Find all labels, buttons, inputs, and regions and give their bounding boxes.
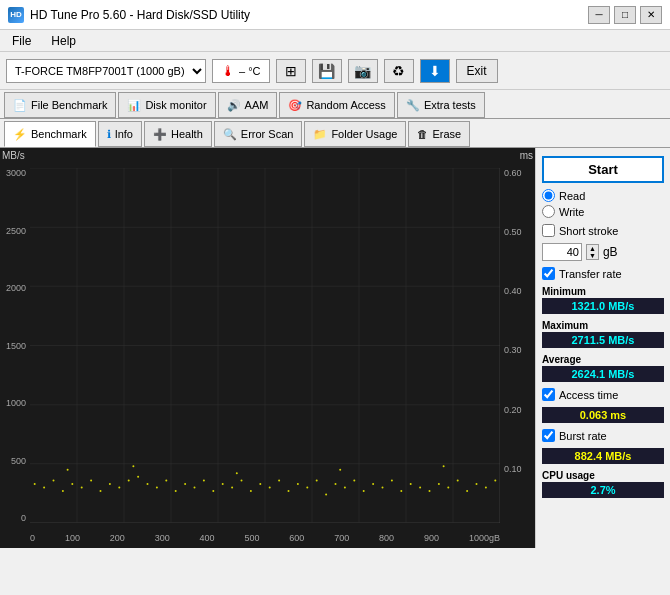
icon-btn-5[interactable]: ⬇ bbox=[420, 59, 450, 83]
maximum-stat: Maximum 2711.5 MB/s bbox=[542, 320, 664, 348]
svg-point-29 bbox=[147, 483, 149, 485]
minimize-button[interactable]: ─ bbox=[588, 6, 610, 24]
tab-benchmark[interactable]: ⚡ Benchmark bbox=[4, 121, 96, 147]
svg-point-33 bbox=[184, 483, 186, 485]
tab-disk-monitor[interactable]: 📊 Disk monitor bbox=[118, 92, 215, 118]
svg-point-51 bbox=[353, 479, 355, 481]
write-label: Write bbox=[559, 206, 584, 218]
disk-monitor-icon: 📊 bbox=[127, 99, 141, 112]
short-stroke-spinner[interactable]: ▲ ▼ bbox=[586, 244, 599, 260]
access-time-checkbox-input[interactable] bbox=[542, 388, 555, 401]
app-icon: HD bbox=[8, 7, 24, 23]
file-benchmark-icon: 📄 bbox=[13, 99, 27, 112]
svg-point-36 bbox=[212, 490, 214, 492]
svg-point-27 bbox=[128, 479, 130, 481]
tab-health[interactable]: ➕ Health bbox=[144, 121, 212, 147]
short-stroke-checkbox-row[interactable]: Short stroke bbox=[542, 224, 664, 237]
maximum-value: 2711.5 MB/s bbox=[542, 332, 664, 348]
svg-point-20 bbox=[62, 490, 64, 492]
start-button[interactable]: Start bbox=[542, 156, 664, 183]
read-radio[interactable]: Read bbox=[542, 189, 664, 202]
svg-point-50 bbox=[344, 487, 346, 489]
aam-icon: 🔊 bbox=[227, 99, 241, 112]
error-scan-label: Error Scan bbox=[241, 128, 294, 140]
svg-point-31 bbox=[165, 479, 167, 481]
app-title: HD Tune Pro 5.60 - Hard Disk/SSD Utility bbox=[30, 8, 250, 22]
average-stat: Average 2624.1 MB/s bbox=[542, 354, 664, 382]
icon-btn-3[interactable]: 📷 bbox=[348, 59, 378, 83]
tab-info[interactable]: ℹ Info bbox=[98, 121, 142, 147]
transfer-rate-checkbox-input[interactable] bbox=[542, 267, 555, 280]
svg-point-22 bbox=[81, 487, 83, 489]
icon-btn-2[interactable]: 💾 bbox=[312, 59, 342, 83]
tab-folder-usage[interactable]: 📁 Folder Usage bbox=[304, 121, 406, 147]
chart-y-ticks-left: 3000 2500 2000 1500 1000 500 0 bbox=[0, 168, 28, 523]
write-radio[interactable]: Write bbox=[542, 205, 664, 218]
tab-extra-tests[interactable]: 🔧 Extra tests bbox=[397, 92, 485, 118]
svg-point-41 bbox=[259, 483, 261, 485]
aam-label: AAM bbox=[245, 99, 269, 111]
svg-point-21 bbox=[71, 483, 73, 485]
close-button[interactable]: ✕ bbox=[640, 6, 662, 24]
cpu-usage-stat: CPU usage 2.7% bbox=[542, 470, 664, 498]
svg-point-35 bbox=[203, 479, 205, 481]
burst-rate-checkbox-input[interactable] bbox=[542, 429, 555, 442]
title-bar-left: HD HD Tune Pro 5.60 - Hard Disk/SSD Util… bbox=[8, 7, 250, 23]
menu-bar: File Help bbox=[0, 30, 670, 52]
transfer-rate-checkbox[interactable]: Transfer rate bbox=[542, 267, 664, 280]
chart-area: MB/s ms 3000 2500 2000 1500 1000 500 0 0… bbox=[0, 148, 535, 548]
svg-point-69 bbox=[236, 472, 238, 474]
info-icon: ℹ bbox=[107, 128, 111, 141]
read-radio-input[interactable] bbox=[542, 189, 555, 202]
maximum-label: Maximum bbox=[542, 320, 664, 331]
spinner-down[interactable]: ▼ bbox=[587, 252, 598, 259]
right-panel: Start Read Write Short stroke 40 ▲ ▼ gB bbox=[535, 148, 670, 548]
svg-point-28 bbox=[137, 476, 139, 478]
read-label: Read bbox=[559, 190, 585, 202]
tab-random-access[interactable]: 🎯 Random Access bbox=[279, 92, 394, 118]
write-radio-input[interactable] bbox=[542, 205, 555, 218]
burst-rate-checkbox[interactable]: Burst rate bbox=[542, 429, 664, 442]
nav-tabs-row2: ⚡ Benchmark ℹ Info ➕ Health 🔍 Error Scan… bbox=[0, 119, 670, 148]
tab-aam[interactable]: 🔊 AAM bbox=[218, 92, 278, 118]
transfer-rate-label: Transfer rate bbox=[559, 268, 622, 280]
svg-point-49 bbox=[335, 483, 337, 485]
short-stroke-checkbox[interactable] bbox=[542, 224, 555, 237]
error-scan-icon: 🔍 bbox=[223, 128, 237, 141]
chart-y-label-left: MB/s bbox=[2, 150, 25, 161]
access-time-checkbox[interactable]: Access time bbox=[542, 388, 664, 401]
drive-selector[interactable]: T-FORCE TM8FP7001T (1000 gB) bbox=[6, 59, 206, 83]
title-bar: HD HD Tune Pro 5.60 - Hard Disk/SSD Util… bbox=[0, 0, 670, 30]
average-value: 2624.1 MB/s bbox=[542, 366, 664, 382]
svg-point-38 bbox=[231, 487, 233, 489]
svg-point-18 bbox=[43, 487, 45, 489]
svg-point-64 bbox=[476, 483, 478, 485]
svg-point-60 bbox=[438, 483, 440, 485]
svg-point-61 bbox=[447, 487, 449, 489]
svg-point-59 bbox=[429, 490, 431, 492]
tab-erase[interactable]: 🗑 Erase bbox=[408, 121, 470, 147]
short-stroke-value[interactable]: 40 bbox=[542, 243, 582, 261]
average-label: Average bbox=[542, 354, 664, 365]
svg-point-56 bbox=[400, 490, 402, 492]
svg-point-63 bbox=[466, 490, 468, 492]
icon-btn-1[interactable]: ⊞ bbox=[276, 59, 306, 83]
menu-file[interactable]: File bbox=[8, 33, 35, 49]
maximize-button[interactable]: □ bbox=[614, 6, 636, 24]
svg-point-55 bbox=[391, 479, 393, 481]
tab-error-scan[interactable]: 🔍 Error Scan bbox=[214, 121, 303, 147]
svg-point-43 bbox=[278, 479, 280, 481]
burst-rate-label: Burst rate bbox=[559, 430, 607, 442]
erase-icon: 🗑 bbox=[417, 128, 428, 140]
tab-file-benchmark[interactable]: 📄 File Benchmark bbox=[4, 92, 116, 118]
health-icon: ➕ bbox=[153, 128, 167, 141]
svg-point-19 bbox=[53, 479, 55, 481]
svg-point-34 bbox=[194, 487, 196, 489]
file-benchmark-label: File Benchmark bbox=[31, 99, 107, 111]
menu-help[interactable]: Help bbox=[47, 33, 80, 49]
spinner-up[interactable]: ▲ bbox=[587, 245, 598, 252]
svg-point-54 bbox=[382, 487, 384, 489]
exit-button[interactable]: Exit bbox=[456, 59, 498, 83]
svg-point-48 bbox=[325, 494, 327, 496]
icon-btn-4[interactable]: ♻ bbox=[384, 59, 414, 83]
